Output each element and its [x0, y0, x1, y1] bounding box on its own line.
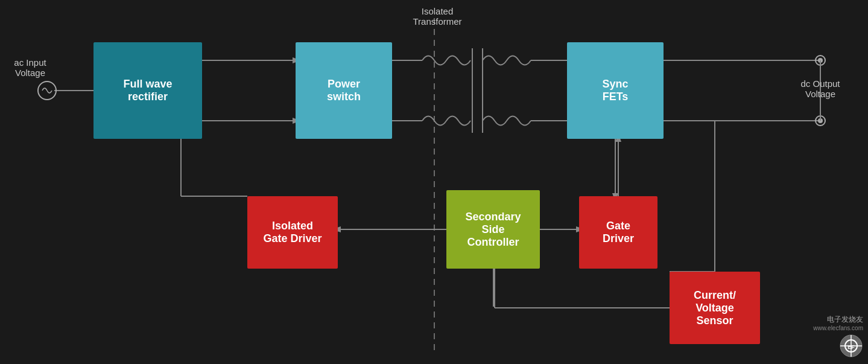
full-wave-rectifier-label: Full wave rectifier — [123, 78, 172, 103]
isolated-transformer-label: Isolated Transformer — [392, 6, 483, 27]
dc-output-label: dc Output Voltage — [790, 78, 851, 99]
isolated-gate-driver-block: Isolated Gate Driver — [247, 196, 338, 269]
watermark-brand: 电子发烧友 — [813, 315, 863, 325]
gate-driver-label: Gate Driver — [603, 220, 634, 245]
full-wave-rectifier-block: Full wave rectifier — [93, 42, 202, 139]
watermark: 电子发烧友 www.elecfans.com EF — [813, 315, 863, 359]
isolated-gate-driver-label: Isolated Gate Driver — [263, 220, 322, 245]
diagram: Full wave rectifier Power switch Sync FE… — [0, 0, 868, 364]
svg-point-18 — [816, 116, 825, 126]
svg-point-16 — [818, 58, 823, 63]
svg-point-19 — [818, 118, 823, 123]
current-voltage-sensor-label: Current/ Voltage Sensor — [694, 289, 736, 327]
watermark-site: www.elecfans.com — [813, 325, 863, 331]
svg-point-15 — [816, 56, 825, 65]
sync-fets-block: Sync FETs — [567, 42, 664, 139]
ac-input-label: ac Input Voltage — [6, 57, 54, 78]
gate-driver-block: Gate Driver — [579, 196, 657, 269]
power-switch-block: Power switch — [296, 42, 392, 139]
watermark-logo-icon: EF — [839, 334, 863, 358]
power-switch-label: Power switch — [327, 78, 361, 103]
secondary-side-controller-label: Secondary Side Controller — [465, 211, 521, 249]
svg-point-1 — [38, 81, 56, 100]
current-voltage-sensor-block: Current/ Voltage Sensor — [670, 272, 760, 344]
sync-fets-label: Sync FETs — [602, 78, 628, 103]
secondary-side-controller-block: Secondary Side Controller — [446, 190, 540, 269]
svg-text:EF: EF — [847, 344, 855, 350]
